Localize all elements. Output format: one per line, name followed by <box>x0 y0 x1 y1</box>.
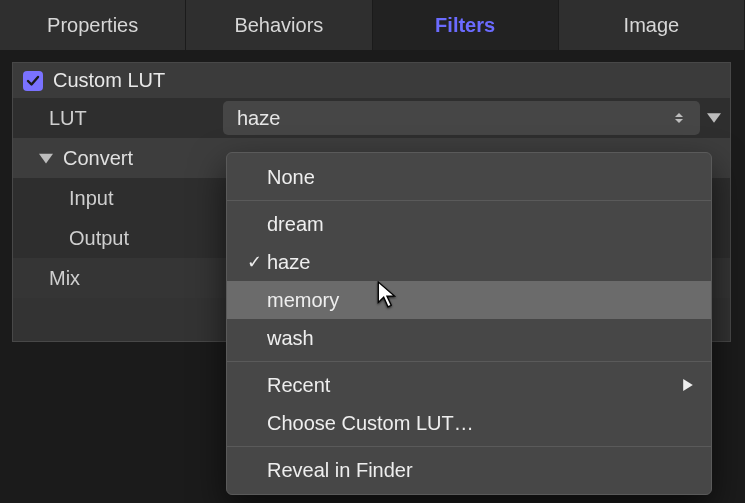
menu-item-wash[interactable]: wash <box>227 319 711 357</box>
menu-item-recent[interactable]: Recent <box>227 366 711 404</box>
chevron-down-icon <box>707 113 721 123</box>
menu-separator <box>227 446 711 447</box>
mix-label: Mix <box>13 267 223 290</box>
lut-value: haze <box>237 107 672 130</box>
triangle-right-icon <box>683 379 693 391</box>
panel-header: Custom LUT <box>13 63 730 98</box>
triangle-down-icon <box>39 151 53 165</box>
lut-menu: None dream ✓haze memory wash Recent Choo… <box>226 152 712 495</box>
menu-item-memory[interactable]: memory <box>227 281 711 319</box>
check-icon: ✓ <box>241 251 267 273</box>
output-label: Output <box>69 227 129 250</box>
menu-item-choose[interactable]: Choose Custom LUT… <box>227 404 711 442</box>
menu-item-dream[interactable]: dream <box>227 205 711 243</box>
tab-image[interactable]: Image <box>559 0 745 50</box>
enable-checkbox[interactable] <box>23 71 43 91</box>
cursor-icon <box>377 281 399 309</box>
menu-separator <box>227 200 711 201</box>
lut-label: LUT <box>13 107 223 130</box>
tab-behaviors[interactable]: Behaviors <box>186 0 372 50</box>
tab-properties[interactable]: Properties <box>0 0 186 50</box>
reset-button[interactable] <box>702 101 726 135</box>
tab-filters[interactable]: Filters <box>373 0 559 50</box>
menu-item-haze[interactable]: ✓haze <box>227 243 711 281</box>
chevron-updown-icon <box>672 113 686 123</box>
menu-separator <box>227 361 711 362</box>
menu-item-reveal[interactable]: Reveal in Finder <box>227 451 711 489</box>
menu-item-none[interactable]: None <box>227 158 711 196</box>
lut-select[interactable]: haze <box>223 101 700 135</box>
panel-title: Custom LUT <box>53 69 165 92</box>
convert-label: Convert <box>63 147 133 170</box>
tab-bar: Properties Behaviors Filters Image <box>0 0 745 50</box>
input-label: Input <box>69 187 113 210</box>
